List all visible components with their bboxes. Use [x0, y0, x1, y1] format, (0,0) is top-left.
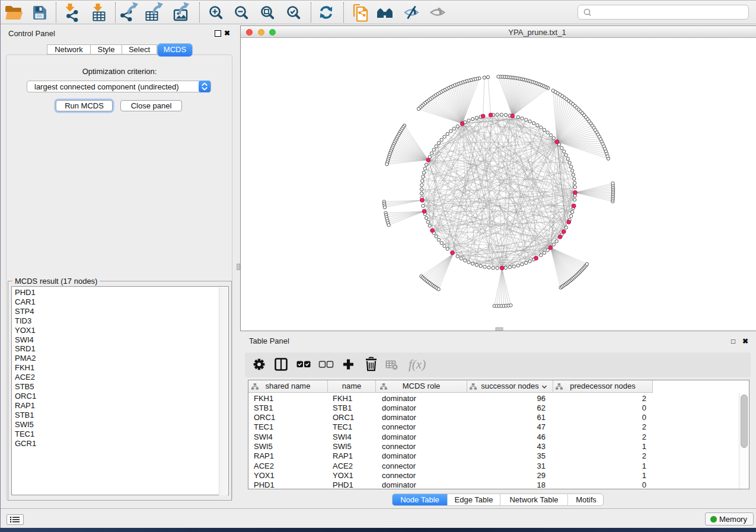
svg-text:f(x): f(x) — [409, 357, 426, 371]
